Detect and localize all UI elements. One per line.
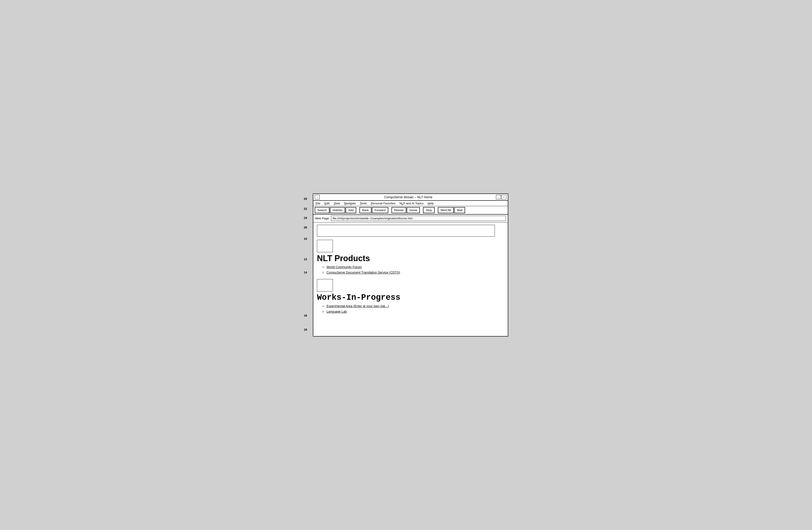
search-button[interactable]: Search	[315, 207, 330, 213]
close-button[interactable]: ×	[502, 195, 506, 200]
menu-nlp-ai[interactable]: NLP and AI Topics	[398, 201, 425, 206]
list-item-cdts: ○ CompuServe Document Translation Servic…	[321, 270, 504, 275]
menu-view[interactable]: View	[332, 201, 341, 206]
hotlists-button[interactable]: Hotlists	[330, 207, 345, 213]
list-item-language-lab: ○ Language Lab	[321, 309, 504, 313]
wincim-button[interactable]: WinCIM	[438, 207, 454, 213]
ref-label-18: 18	[304, 328, 307, 331]
banner-image	[317, 225, 495, 237]
list-item-wcf: ○ World Community Forum	[321, 265, 504, 269]
experimental-area-link[interactable]: Experimental Area (Enter at your own ris…	[327, 304, 389, 308]
address-input[interactable]	[331, 216, 506, 221]
world-community-forum-link[interactable]: World Community Forum	[327, 265, 362, 269]
address-label: Web Page:	[315, 217, 330, 220]
toolbar-group-3: Reload Home	[391, 207, 420, 213]
forward-button[interactable]: Forward	[372, 207, 388, 213]
bullet-icon-experimental: ○	[321, 304, 325, 308]
menu-edit[interactable]: Edit	[323, 201, 331, 206]
toolbar: Search Hotlists Add Back Forward Reload …	[313, 206, 508, 215]
browser-window: – CompuServe Mosaic – NLT Home _ × File …	[313, 193, 508, 337]
bullet-icon-wcf: ○	[321, 265, 325, 269]
minimize-button[interactable]: _	[496, 195, 501, 200]
menu-tools[interactable]: Tools	[359, 201, 368, 206]
bullet-icon-language-lab: ○	[321, 309, 325, 313]
ref-label-16: 16	[304, 314, 307, 317]
back-button[interactable]: Back	[359, 207, 372, 213]
content-area: NLT Products ○ World Community Forum ○ C…	[313, 222, 508, 336]
toolbar-group-1: Search Hotlists Add	[315, 207, 356, 213]
stop-button[interactable]: Stop	[423, 207, 435, 213]
address-bar: Web Page:	[313, 215, 508, 222]
ref-label-14: 14	[304, 271, 307, 274]
home-button[interactable]: Home	[407, 207, 420, 213]
works-in-progress-heading: Works-In-Progress	[317, 293, 504, 302]
toolbar-group-4: Stop	[423, 207, 435, 213]
ref-label-24: 24	[304, 216, 307, 220]
ref-label-26: 26	[304, 226, 307, 229]
system-menu-button[interactable]: –	[315, 195, 320, 200]
menu-file[interactable]: File	[314, 201, 322, 206]
menu-help[interactable]: Help	[426, 201, 435, 206]
nlt-logo-image	[317, 240, 333, 252]
menu-navigate[interactable]: Navigate	[343, 201, 357, 206]
ref-label-20: 20	[304, 197, 307, 201]
ref-label-12: 12	[304, 257, 307, 261]
language-lab-link[interactable]: Language Lab	[327, 310, 347, 313]
window-controls: _ ×	[496, 195, 506, 200]
mail-button[interactable]: Mail	[454, 207, 465, 213]
ref-label-10: 10	[304, 237, 307, 240]
window-title: CompuServe Mosaic – NLT Home	[321, 195, 496, 199]
wip-logo-image	[317, 279, 333, 292]
toolbar-group-5: WinCIM Mail	[438, 207, 465, 213]
works-in-progress-list: ○ Experimental Area (Enter at your own r…	[317, 304, 504, 313]
menu-bar: File Edit View Navigate Tools Personal F…	[313, 201, 508, 206]
cdts-link[interactable]: CompuServe Document Translation Service …	[327, 271, 400, 274]
reload-button[interactable]: Reload	[391, 207, 406, 213]
nlt-products-list: ○ World Community Forum ○ CompuServe Doc…	[317, 265, 504, 275]
bullet-icon-cdts: ○	[321, 270, 325, 275]
list-item-experimental: ○ Experimental Area (Enter at your own r…	[321, 304, 504, 308]
nlt-products-heading: NLT Products	[317, 254, 504, 263]
toolbar-group-2: Back Forward	[359, 207, 388, 213]
add-button[interactable]: Add	[346, 207, 356, 213]
menu-personal-favorites[interactable]: Personal Favorites	[369, 201, 397, 206]
ref-label-22: 22	[304, 207, 307, 210]
title-bar: – CompuServe Mosaic – NLT Home _ ×	[313, 194, 508, 201]
